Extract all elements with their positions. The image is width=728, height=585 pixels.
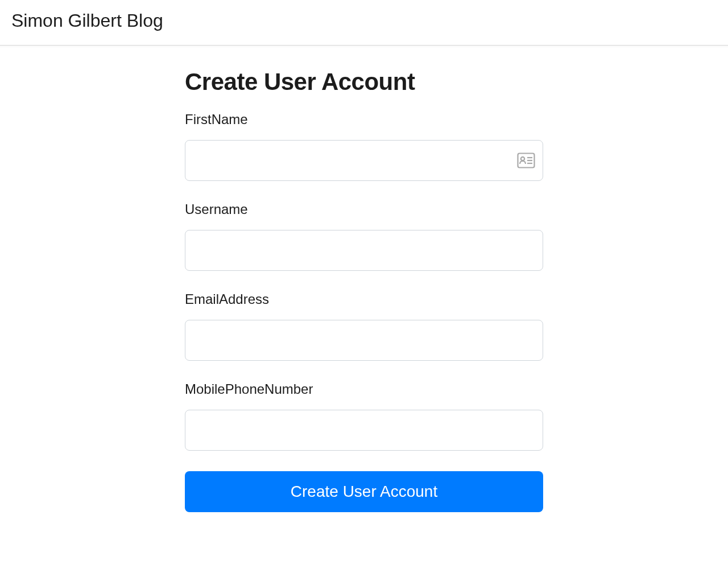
username-label: Username	[185, 201, 543, 217]
email-label: EmailAddress	[185, 291, 543, 307]
create-user-form: FirstName Username	[185, 112, 543, 512]
firstname-label: FirstName	[185, 112, 543, 127]
form-group-firstname: FirstName	[185, 112, 543, 181]
page-title: Create User Account	[185, 68, 543, 96]
email-input[interactable]	[185, 320, 543, 361]
firstname-input[interactable]	[185, 140, 543, 181]
main-content: Create User Account FirstName	[185, 46, 543, 546]
create-user-account-button[interactable]: Create User Account	[185, 471, 543, 512]
phone-input[interactable]	[185, 410, 543, 451]
site-header: Simon Gilbert Blog	[0, 0, 728, 46]
form-group-username: Username	[185, 201, 543, 271]
form-group-phone: MobilePhoneNumber	[185, 381, 543, 451]
site-title: Simon Gilbert Blog	[11, 10, 717, 31]
firstname-input-wrapper	[185, 140, 543, 181]
username-input[interactable]	[185, 230, 543, 271]
phone-label: MobilePhoneNumber	[185, 381, 543, 397]
form-group-email: EmailAddress	[185, 291, 543, 361]
